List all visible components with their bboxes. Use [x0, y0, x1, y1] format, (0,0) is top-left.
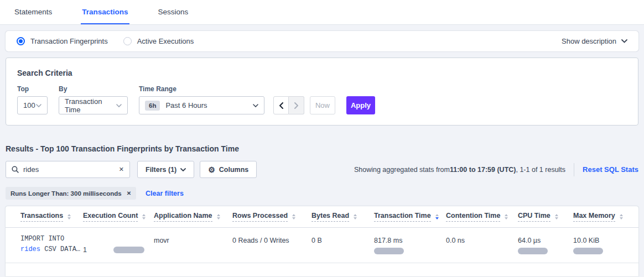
by-select-value: Transaction Time: [65, 97, 116, 114]
show-description-label: Show description: [562, 37, 616, 45]
chevron-down-icon: [180, 168, 186, 171]
sort-icon: [292, 214, 295, 219]
column-header-transaction-time[interactable]: Transaction Time: [374, 212, 446, 222]
now-button[interactable]: Now: [310, 96, 335, 114]
top-field: Top 100: [17, 85, 48, 114]
application-name-cell: movr: [154, 234, 232, 263]
chevron-left-icon: [279, 102, 283, 109]
search-criteria-panel: Search Criteria Top 100 By Transaction T…: [6, 58, 638, 126]
contention-time-cell: 0.0 ns: [446, 234, 518, 263]
clear-search-icon[interactable]: ✕: [119, 166, 124, 173]
next-time-button[interactable]: [289, 96, 304, 114]
column-header-max-memory[interactable]: Max Memory: [573, 212, 638, 222]
by-label: By: [59, 85, 128, 93]
chevron-down-icon: [116, 104, 122, 107]
sort-icon-desc-active: [435, 214, 439, 219]
radio-transaction-fingerprints[interactable]: Transaction Fingerprints: [17, 37, 108, 45]
transaction-time-cell: 817.8 ms: [374, 234, 446, 263]
column-header-cpu-time[interactable]: CPU Time: [518, 212, 573, 222]
sort-icon: [354, 214, 357, 219]
sort-icon: [142, 214, 146, 219]
time-window-nav: [273, 96, 304, 114]
stats-prefix: Showing aggregated stats from: [354, 166, 450, 174]
execution-count-bar: [113, 247, 144, 253]
radio-selected-icon: [17, 37, 25, 45]
chevron-down-icon: [621, 39, 627, 43]
time-range-label: Time Range: [139, 85, 264, 93]
search-box: ✕: [6, 161, 130, 178]
by-select[interactable]: Transaction Time: [59, 96, 128, 114]
cpu-time-cell: 64.0 µs: [518, 234, 573, 263]
search-icon: [12, 166, 19, 173]
chevron-down-icon: [253, 104, 258, 107]
sort-icon: [67, 214, 71, 219]
transaction-statement[interactable]: IMPORT INTOrides CSV DATA…: [20, 234, 83, 263]
radio-label: Active Executions: [137, 37, 194, 45]
rows-processed-cell: 0 Reads / 0 Writes: [232, 234, 311, 263]
radio-label: Transaction Fingerprints: [30, 37, 108, 45]
columns-button-label: Columns: [219, 166, 248, 174]
stats-suffix: , 1-1 of 1 results: [516, 166, 565, 174]
remove-filter-icon[interactable]: ✕: [127, 191, 131, 196]
radio-unselected-icon: [123, 37, 132, 45]
page-tabbar: Statements Transactions Sessions: [0, 0, 644, 25]
time-shortcut-badge: 6h: [145, 101, 160, 111]
sort-icon: [217, 214, 220, 219]
tab-transactions[interactable]: Transactions: [81, 0, 129, 24]
column-header-contention-time[interactable]: Contention Time: [446, 212, 518, 222]
chevron-right-icon: [294, 102, 299, 109]
column-header-transactions[interactable]: Transactions: [20, 212, 83, 222]
active-filters-row: Runs Longer Than: 300 milliseconds ✕ Cle…: [6, 187, 638, 200]
table-row: IMPORT INTOrides CSV DATA… 1 movr 0 Read…: [6, 228, 638, 263]
show-description-toggle[interactable]: Show description: [562, 37, 627, 45]
top-label: Top: [17, 85, 48, 93]
transaction-time-bar: [374, 248, 404, 254]
apply-button[interactable]: Apply: [346, 96, 375, 114]
results-toolbar: ✕ Filters (1) ⚙ Columns Showing aggregat…: [6, 161, 638, 178]
execution-count-cell: 1: [83, 234, 154, 263]
top-select-value: 100: [23, 101, 36, 109]
results-heading: Results - Top 100 Transaction Fingerprin…: [6, 144, 638, 153]
tab-sessions[interactable]: Sessions: [157, 0, 190, 24]
column-header-application-name[interactable]: Application Name: [154, 212, 232, 222]
by-field: By Transaction Time: [59, 85, 128, 114]
gear-icon: ⚙: [208, 166, 215, 174]
filters-button-label: Filters (1): [146, 166, 176, 174]
sort-icon: [555, 214, 558, 219]
stats-range: 11:00 to 17:59 (UTC): [450, 166, 516, 174]
column-header-bytes-read[interactable]: Bytes Read: [311, 212, 374, 222]
column-header-rows-processed[interactable]: Rows Processed: [232, 212, 311, 222]
table-header-row: Transactions Execution Count Application…: [6, 206, 638, 228]
clear-filters-link[interactable]: Clear filters: [146, 190, 184, 197]
column-header-execution-count[interactable]: Execution Count: [83, 212, 154, 222]
results-table: Transactions Execution Count Application…: [6, 206, 638, 276]
search-criteria-title: Search Criteria: [17, 69, 627, 77]
toolbar-divider: [574, 163, 574, 176]
time-range-value: Past 6 Hours: [165, 101, 253, 109]
reset-sql-stats-link[interactable]: Reset SQL Stats: [583, 165, 638, 174]
filter-tag: Runs Longer Than: 300 milliseconds ✕: [6, 187, 136, 200]
cpu-time-bar: [518, 248, 548, 254]
top-select[interactable]: 100: [17, 96, 48, 114]
prev-time-button[interactable]: [273, 96, 289, 114]
filter-tag-label: Runs Longer Than: 300 milliseconds: [11, 190, 122, 197]
stats-summary: Showing aggregated stats from 11:00 to 1…: [354, 166, 565, 174]
view-toggle-panel: Transaction Fingerprints Active Executio…: [6, 31, 638, 51]
time-range-select[interactable]: 6h Past 6 Hours: [139, 96, 264, 114]
search-input[interactable]: [23, 165, 115, 174]
bytes-read-cell: 0 B: [311, 234, 374, 263]
filters-button[interactable]: Filters (1): [137, 161, 194, 178]
sort-icon: [505, 214, 508, 219]
radio-active-executions[interactable]: Active Executions: [123, 37, 194, 45]
tab-statements[interactable]: Statements: [13, 0, 53, 24]
columns-button[interactable]: ⚙ Columns: [200, 161, 257, 178]
time-range-field: Time Range 6h Past 6 Hours: [139, 85, 264, 114]
max-memory-bar: [573, 248, 603, 254]
max-memory-cell: 10.0 KiB: [573, 234, 638, 263]
chevron-down-icon: [36, 104, 41, 107]
transaction-link[interactable]: rides: [20, 245, 40, 253]
sort-icon: [620, 214, 623, 219]
